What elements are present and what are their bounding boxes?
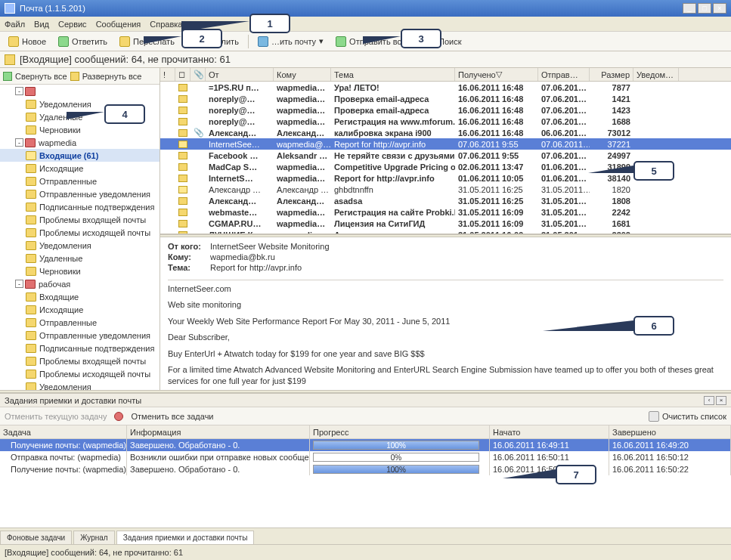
menu-файл[interactable]: Файл [5, 20, 25, 29]
col-to[interactable]: Кому [274, 68, 331, 81]
cancel-icon [114, 412, 123, 421]
bottom-tab[interactable]: Журнал [73, 531, 115, 544]
menu-сообщения[interactable]: Сообщения [96, 20, 141, 29]
expand-toggle[interactable]: - [15, 138, 23, 147]
minimize-button[interactable]: _ [683, 3, 696, 14]
tasks-list[interactable]: Получение почты: (wapmedia)Завершено. Об… [0, 439, 731, 528]
task-row[interactable]: Отправка почты: (wapmedia)Возникли ошибк… [0, 451, 731, 463]
message-row[interactable]: Александр …Александр …ghbdtnnffn31.05.20… [160, 184, 731, 195]
tree-item[interactable]: Проблемы входящей почты [0, 354, 160, 367]
tree-item[interactable]: Входящие [0, 290, 160, 303]
tree-item[interactable]: -wapmedia [0, 136, 160, 149]
to-value: wapmedia@bk.ru [210, 252, 275, 261]
tcol-ended[interactable]: Завершено [609, 425, 731, 438]
tree-item[interactable]: Отправленные уведомления [0, 329, 160, 342]
col-subject[interactable]: Тема [331, 68, 455, 81]
message-row[interactable]: Facebook …Aleksandr …Не теряйте связи с … [160, 150, 731, 161]
message-row[interactable]: Александ…Александ…asadsa31.05.2011 16:25… [160, 195, 731, 206]
reply-button[interactable]: Ответить [53, 34, 113, 49]
tree-item[interactable]: Подписанные подтверждения [0, 342, 160, 354]
cancel-current-task-button[interactable]: Отменить текущую задачу [5, 412, 107, 421]
tcol-task[interactable]: Задача [0, 425, 127, 438]
new-button[interactable]: Новое [3, 34, 51, 49]
tree-item[interactable]: Исходящие [0, 162, 160, 175]
tree-item[interactable]: Подписанные подтверждения [0, 200, 160, 213]
menu-справка[interactable]: Справка [150, 20, 182, 29]
task-row[interactable]: Получение почты: (wapmedia)Завершено. Об… [0, 439, 731, 451]
message-row[interactable]: noreply@…wapmedia…Проверка email-адреса1… [160, 104, 731, 116]
message-row[interactable]: noreply@…wapmedia…Регистрация на www.mfo… [160, 116, 731, 127]
get-mail-button[interactable]: …ить почту ▾ [252, 34, 329, 49]
callout-2: 2 [181, 29, 222, 48]
message-row[interactable]: webmaste…wapmedia…Регистрация на сайте P… [160, 206, 731, 218]
callout-7: 7 [556, 465, 596, 484]
bottom-tab[interactable]: Задания приемки и доставки почты [116, 531, 255, 544]
tree-item[interactable]: Уведомления [0, 380, 160, 390]
tree-item[interactable]: Удаленные [0, 252, 160, 265]
tree-item[interactable]: Отправленные [0, 316, 160, 329]
menu-вид[interactable]: Вид [34, 20, 49, 29]
collapse-all-button[interactable]: Свернуть все [15, 72, 67, 81]
folder-icon [26, 331, 36, 340]
menu-сервис[interactable]: Сервис [58, 20, 87, 29]
tcol-started[interactable]: Начато [490, 425, 609, 438]
folder-icon [26, 370, 36, 379]
message-row[interactable]: InternetSee…wapmedia@…Report for http://… [160, 138, 731, 150]
col-flag[interactable]: ! [160, 68, 175, 81]
collapse-all-icon[interactable] [3, 72, 12, 81]
col-from[interactable]: От [206, 68, 274, 81]
message-list-header[interactable]: ! ◻ 📎 От Кому Тема Получено ▽ Отправ… Ра… [160, 68, 731, 82]
tree-item[interactable]: Проблемы входящей почты [0, 213, 160, 226]
tcol-info[interactable]: Информация [127, 425, 310, 438]
folder-icon [26, 151, 36, 160]
folder-icon [26, 357, 36, 366]
clear-list-button[interactable]: Очистить список [662, 412, 726, 421]
col-read[interactable]: ◻ [175, 68, 190, 81]
expand-all-button[interactable]: Развернуть все [82, 72, 142, 81]
col-size[interactable]: Размер [590, 68, 633, 81]
tree-item[interactable]: Проблемы исходящей почты [0, 367, 160, 380]
forward-icon [119, 36, 130, 47]
tree-item[interactable]: Исходящие [0, 303, 160, 316]
folder-icon [26, 203, 36, 212]
expand-toggle[interactable]: - [15, 87, 23, 95]
message-row[interactable]: noreply@…wapmedia…Проверка email-адреса1… [160, 93, 731, 104]
callout-5: 5 [633, 161, 674, 181]
envelope-icon [178, 129, 187, 137]
from-label: От кого: [168, 242, 206, 251]
close-button[interactable]: × [713, 3, 726, 14]
col-attach[interactable]: 📎 [190, 68, 206, 81]
col-received[interactable]: Получено ▽ [455, 68, 538, 81]
expand-toggle[interactable]: - [15, 280, 23, 288]
tree-item[interactable]: Отправленные [0, 175, 160, 187]
tree-item[interactable]: Отправленные уведомления [0, 187, 160, 200]
tasks-min-button[interactable]: ‹ [704, 396, 714, 405]
tree-item[interactable]: Уведомления [0, 239, 160, 252]
message-row[interactable]: ЛУЧШИЕ К…wapmedia…Активация аккаунта31.0… [160, 229, 731, 234]
titlebar: Почта (1.1.5.201) _ □ × [0, 0, 731, 17]
tree-item[interactable]: Входящие (61) [0, 149, 160, 162]
tree-item[interactable]: Черновики [0, 123, 160, 136]
col-notify[interactable]: Уведом… [633, 68, 679, 81]
tree-item[interactable]: - [0, 85, 160, 97]
message-list[interactable]: =1PS.RU п…wapmedia…Ура! ЛЕТО!16.06.2011 … [160, 82, 731, 234]
bottom-tab[interactable]: Фоновые задачи [0, 531, 72, 544]
tree-item[interactable]: Черновики [0, 265, 160, 277]
expand-all-icon[interactable] [70, 72, 79, 81]
download-icon [258, 36, 268, 47]
envelope-icon [178, 95, 187, 103]
callout-1: 1 [249, 14, 290, 33]
message-row[interactable]: 📎Александ…Александ…калибровка экрана i90… [160, 127, 731, 138]
task-row[interactable]: Получение почты: (wapmedia)Завершено. Об… [0, 463, 731, 475]
message-row[interactable]: =1PS.RU п…wapmedia…Ура! ЛЕТО!16.06.2011 … [160, 82, 731, 93]
maximize-button[interactable]: □ [698, 3, 711, 14]
cancel-all-tasks-button[interactable]: Отменить все задачи [131, 412, 213, 421]
tasks-close-button[interactable]: × [716, 396, 726, 405]
tree-item[interactable]: Проблемы исходящей почты [0, 226, 160, 239]
message-row[interactable]: CGMAP.RU…wapmedia…Лицензия на СитиГИД31.… [160, 218, 731, 229]
app-icon [5, 3, 15, 14]
tcol-progress[interactable]: Прогресс [310, 425, 490, 438]
folder-tree[interactable]: -УведомленияУдаленныеЧерновики-wapmediaВ… [0, 85, 160, 390]
col-sent[interactable]: Отправ… [538, 68, 590, 81]
tree-item[interactable]: -рабочая [0, 277, 160, 290]
